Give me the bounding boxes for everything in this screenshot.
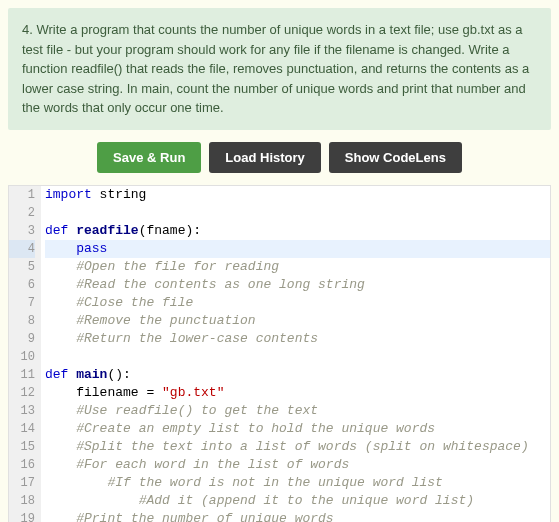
code-line[interactable]: #Return the lower-case contents [45,330,550,348]
line-number: 8 [9,312,35,330]
code-line[interactable]: #Use readfile() to get the text [45,402,550,420]
comment: #Read the contents as one long string [76,277,365,292]
line-number: 9 [9,330,35,348]
line-number: 2 [9,204,35,222]
indent [45,259,76,274]
code-line[interactable]: def main(): [45,366,550,384]
line-number: 10 [9,348,35,366]
line-number: 1 [9,186,35,204]
code-line[interactable]: import string [45,186,550,204]
code-line[interactable]: #Print the number of unique words [45,510,550,523]
line-number: 18 [9,492,35,510]
line-number: 6 [9,276,35,294]
code-text: string [92,187,147,202]
button-row: Save & Run Load History Show CodeLens [8,142,551,173]
comment: #Remove the punctuation [76,313,255,328]
line-gutter: 1 2 3 4 5 6 7 8 9 10 11 12 13 14 15 16 1… [9,186,41,523]
indent [45,331,76,346]
code-content[interactable]: import string def readfile(fname): pass … [41,186,550,523]
indent [45,241,76,256]
line-number: 3 [9,222,35,240]
code-line[interactable]: def readfile(fname): [45,222,550,240]
problem-description: 4. Write a program that counts the numbe… [8,8,551,130]
code-line[interactable]: #Add it (append it to the unique word li… [45,492,550,510]
indent [45,439,76,454]
code-line[interactable]: #Open the file for reading [45,258,550,276]
line-number: 11 [9,366,35,384]
string: "gb.txt" [162,385,224,400]
code-line[interactable]: #Remove the punctuation [45,312,550,330]
code-line[interactable] [45,204,550,222]
indent [45,493,139,508]
keyword: def [45,367,68,382]
indent [45,277,76,292]
line-number: 12 [9,384,35,402]
indent [45,313,76,328]
indent [45,403,76,418]
code-line[interactable]: filename = "gb.txt" [45,384,550,402]
comment: #Add it (append it to the unique word li… [139,493,474,508]
code-line[interactable]: #If the word is not in the unique word l… [45,474,550,492]
save-run-button[interactable]: Save & Run [97,142,201,173]
load-history-button[interactable]: Load History [209,142,320,173]
comment: #Open the file for reading [76,259,279,274]
code-line[interactable]: #Split the text into a list of words (sp… [45,438,550,456]
comment: #Split the text into a list of words (sp… [76,439,528,454]
indent [45,457,76,472]
indent [45,295,76,310]
indent [45,475,107,490]
comment: #For each word in the list of words [76,457,349,472]
line-number: 19 [9,510,35,523]
line-number: 7 [9,294,35,312]
code-text: (fname): [139,223,201,238]
code-editor[interactable]: 1 2 3 4 5 6 7 8 9 10 11 12 13 14 15 16 1… [8,185,551,523]
comment: #Return the lower-case contents [76,331,318,346]
indent [45,385,76,400]
comment: #Use readfile() to get the text [76,403,318,418]
code-text: filename = [76,385,162,400]
code-line[interactable]: #Create an empty list to hold the unique… [45,420,550,438]
code-line[interactable] [45,348,550,366]
comment: #Print the number of unique words [76,511,333,523]
keyword: def [45,223,68,238]
keyword: pass [76,241,107,256]
line-number: 17 [9,474,35,492]
def-name: main [68,367,107,382]
code-text: (): [107,367,130,382]
comment: #Create an empty list to hold the unique… [76,421,435,436]
line-number: 4 [9,240,35,258]
keyword: import [45,187,92,202]
show-codelens-button[interactable]: Show CodeLens [329,142,462,173]
code-line[interactable]: pass [45,240,550,258]
comment: #If the word is not in the unique word l… [107,475,442,490]
indent [45,421,76,436]
line-number: 5 [9,258,35,276]
code-line[interactable]: #Read the contents as one long string [45,276,550,294]
code-line[interactable]: #Close the file [45,294,550,312]
line-number: 13 [9,402,35,420]
line-number: 16 [9,456,35,474]
line-number: 15 [9,438,35,456]
def-name: readfile [68,223,138,238]
code-line[interactable]: #For each word in the list of words [45,456,550,474]
line-number: 14 [9,420,35,438]
indent [45,511,76,523]
comment: #Close the file [76,295,193,310]
